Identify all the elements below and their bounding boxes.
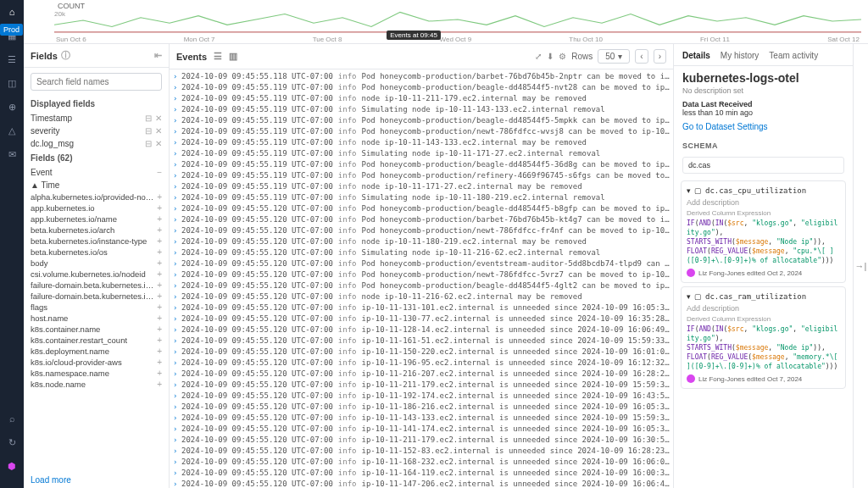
- log-row[interactable]: ›2024-10-09 09:45:55.120 UTC-07:00infoPo…: [170, 258, 673, 269]
- field-item[interactable]: failure-domain.beta.kubernetes.io/zone+: [24, 291, 169, 302]
- log-row[interactable]: ›2024-10-09 09:45:55.118 UTC-07:00infoPo…: [170, 71, 673, 82]
- log-row[interactable]: ›2024-10-09 09:45:55.119 UTC-07:00infoSi…: [170, 148, 673, 159]
- log-row[interactable]: ›2024-10-09 09:45:55.120 UTC-07:00infoPo…: [170, 203, 673, 214]
- log-row[interactable]: ›2024-10-09 09:45:55.120 UTC-07:00infoip…: [170, 413, 673, 424]
- log-row[interactable]: ›2024-10-09 09:45:55.120 UTC-07:00infoip…: [170, 336, 673, 347]
- next-page-button[interactable]: ›: [654, 49, 666, 64]
- field-item[interactable]: k8s.namespace.name+: [24, 368, 169, 379]
- log-row[interactable]: ›2024-10-09 09:45:55.120 UTC-07:00infoip…: [170, 468, 673, 479]
- log-row[interactable]: ›2024-10-09 09:45:55.119 UTC-07:00infono…: [170, 137, 673, 148]
- log-row[interactable]: ›2024-10-09 09:45:55.119 UTC-07:00infoPo…: [170, 82, 673, 93]
- log-row[interactable]: ›2024-10-09 09:45:55.120 UTC-07:00infoPo…: [170, 280, 673, 291]
- log-row[interactable]: ›2024-10-09 09:45:55.120 UTC-07:00infoPo…: [170, 225, 673, 236]
- log-row[interactable]: ›2024-10-09 09:45:55.120 UTC-07:00infoip…: [170, 457, 673, 468]
- log-row[interactable]: ›2024-10-09 09:45:55.119 UTC-07:00infoPo…: [170, 126, 673, 137]
- remove-icon[interactable]: ✕: [155, 114, 162, 123]
- displayed-field[interactable]: Timestamp⊟✕: [24, 112, 169, 125]
- settings-icon[interactable]: ⚙: [559, 52, 566, 61]
- log-row[interactable]: ›2024-10-09 09:45:55.120 UTC-07:00infoPo…: [170, 214, 673, 225]
- gear-icon[interactable]: ⬢: [5, 459, 19, 473]
- log-row[interactable]: ›2024-10-09 09:45:55.120 UTC-07:00infoip…: [170, 380, 673, 391]
- field-item[interactable]: k8s.node.name+: [24, 379, 169, 390]
- field-item[interactable]: k8s.io/cloud-provider-aws+: [24, 357, 169, 368]
- pin-icon[interactable]: ⊟: [145, 139, 152, 148]
- log-row[interactable]: ›2024-10-09 09:45:55.120 UTC-07:00infoip…: [170, 358, 673, 369]
- log-row[interactable]: ›2024-10-09 09:45:55.120 UTC-07:00infoSi…: [170, 247, 673, 258]
- bell-icon[interactable]: △: [5, 124, 19, 137]
- field-item[interactable]: beta.kubernetes.io/arch+: [24, 225, 169, 236]
- remove-icon[interactable]: ✕: [155, 126, 162, 136]
- field-item[interactable]: k8s.deployment.name+: [24, 346, 169, 357]
- log-row[interactable]: ›2024-10-09 09:45:55.120 UTC-07:00infoip…: [170, 324, 673, 336]
- field-item[interactable]: host.name+: [24, 313, 169, 324]
- log-row[interactable]: ›2024-10-09 09:45:55.120 UTC-07:00infoPo…: [170, 269, 673, 280]
- field-item[interactable]: app.kubernetes.io/name+: [24, 214, 169, 225]
- log-row[interactable]: ›2024-10-09 09:45:55.120 UTC-07:00infoip…: [170, 446, 673, 457]
- rows-select[interactable]: 50 ▾: [598, 49, 630, 64]
- list-view-icon[interactable]: ☰: [214, 51, 222, 62]
- log-row[interactable]: ›2024-10-09 09:45:55.120 UTC-07:00infoip…: [170, 391, 673, 402]
- load-more-link[interactable]: Load more: [24, 472, 169, 488]
- log-row[interactable]: ›2024-10-09 09:45:55.120 UTC-07:00infono…: [170, 291, 673, 302]
- add-desc-link[interactable]: Add description: [687, 304, 840, 313]
- pin-icon[interactable]: ⊟: [145, 114, 152, 123]
- field-item[interactable]: csi.volume.kubernetes.io/nodeid+: [24, 269, 169, 280]
- layers-icon[interactable]: ◫: [5, 76, 19, 90]
- tab-team[interactable]: Team activity: [769, 51, 818, 60]
- displayed-field[interactable]: dc.log_msg⊟✕: [24, 137, 169, 150]
- log-row[interactable]: ›2024-10-09 09:45:55.119 UTC-07:00infoPo…: [170, 115, 673, 126]
- tab-history[interactable]: My history: [721, 51, 760, 60]
- timeline-chart[interactable]: COUNT 20k Sun Oct 6Mon Oct 7Tue Oct 8Wed…: [24, 0, 868, 44]
- flow-icon[interactable]: ⊕: [5, 100, 19, 114]
- log-list[interactable]: ›2024-10-09 09:45:55.118 UTC-07:00infoPo…: [170, 69, 673, 488]
- home-icon[interactable]: ⌂: [5, 5, 19, 19]
- history-icon[interactable]: ↻: [5, 435, 19, 449]
- field-time[interactable]: ▲ Time: [24, 179, 169, 191]
- log-row[interactable]: ›2024-10-09 09:45:55.120 UTC-07:00infono…: [170, 236, 673, 247]
- derived-column-card[interactable]: ▾ ▢ dc.cas_cpu_utilization Add descripti…: [681, 180, 846, 283]
- columns-view-icon[interactable]: ▥: [229, 51, 237, 62]
- log-row[interactable]: ›2024-10-09 09:45:55.119 UTC-07:00infoPo…: [170, 159, 673, 170]
- chevron-down-icon[interactable]: ▾: [687, 186, 691, 195]
- fields-search-input[interactable]: [31, 73, 162, 91]
- add-desc-link[interactable]: Add description: [687, 198, 840, 207]
- log-row[interactable]: ›2024-10-09 09:45:55.120 UTC-07:00infoip…: [170, 369, 673, 380]
- log-row[interactable]: ›2024-10-09 09:45:55.120 UTC-07:00infoip…: [170, 402, 673, 413]
- remove-icon[interactable]: ✕: [155, 139, 162, 148]
- bars-icon[interactable]: ☰: [5, 53, 19, 66]
- field-item[interactable]: alpha.kubernetes.io/provided-node-ip+: [24, 191, 169, 202]
- log-row[interactable]: ›2024-10-09 09:45:55.119 UTC-07:00infono…: [170, 181, 673, 192]
- field-item[interactable]: body+: [24, 258, 169, 269]
- field-group[interactable]: Event−: [24, 166, 169, 179]
- log-row[interactable]: ›2024-10-09 09:45:55.120 UTC-07:00infoip…: [170, 479, 673, 488]
- env-badge[interactable]: Prod: [0, 24, 23, 36]
- field-item[interactable]: k8s.container.name+: [24, 324, 169, 335]
- dataset-settings-link[interactable]: Go to Dataset Settings: [674, 122, 853, 138]
- collapse-details-button[interactable]: →|: [853, 44, 868, 488]
- log-row[interactable]: ›2024-10-09 09:45:55.119 UTC-07:00infoSi…: [170, 104, 673, 115]
- download-icon[interactable]: ⬇: [547, 52, 554, 61]
- pin-icon[interactable]: ⊟: [145, 126, 152, 136]
- field-item[interactable]: k8s.container.restart_count+: [24, 335, 169, 346]
- log-row[interactable]: ›2024-10-09 09:45:55.119 UTC-07:00infoSi…: [170, 192, 673, 203]
- expand-icon[interactable]: ⤢: [535, 52, 542, 61]
- log-row[interactable]: ›2024-10-09 09:45:55.120 UTC-07:00infoip…: [170, 302, 673, 313]
- chevron-down-icon[interactable]: ▾: [687, 292, 691, 301]
- log-row[interactable]: ›2024-10-09 09:45:55.120 UTC-07:00infoip…: [170, 424, 673, 435]
- log-row[interactable]: ›2024-10-09 09:45:55.120 UTC-07:00infoip…: [170, 313, 673, 324]
- log-row[interactable]: ›2024-10-09 09:45:55.120 UTC-07:00infoip…: [170, 435, 673, 446]
- tab-details[interactable]: Details: [682, 51, 710, 60]
- field-item[interactable]: beta.kubernetes.io/os+: [24, 247, 169, 258]
- field-item[interactable]: failure-domain.beta.kubernetes.io/region…: [24, 280, 169, 291]
- log-row[interactable]: ›2024-10-09 09:45:55.119 UTC-07:00infono…: [170, 93, 673, 104]
- field-item[interactable]: flags+: [24, 302, 169, 313]
- info-icon[interactable]: ⓘ: [61, 49, 70, 62]
- log-row[interactable]: ›2024-10-09 09:45:55.120 UTC-07:00infoip…: [170, 347, 673, 358]
- collapse-icon[interactable]: ⇤: [154, 50, 162, 61]
- prev-page-button[interactable]: ‹: [635, 49, 648, 64]
- field-item[interactable]: beta.kubernetes.io/instance-type+: [24, 236, 169, 247]
- send-icon[interactable]: ✉: [5, 147, 19, 161]
- log-row[interactable]: ›2024-10-09 09:45:55.119 UTC-07:00infoPo…: [170, 170, 673, 181]
- displayed-field[interactable]: severity⊟✕: [24, 125, 169, 137]
- derived-column-card[interactable]: ▾ ▢ dc.cas_ram_utilization Add descripti…: [681, 286, 846, 389]
